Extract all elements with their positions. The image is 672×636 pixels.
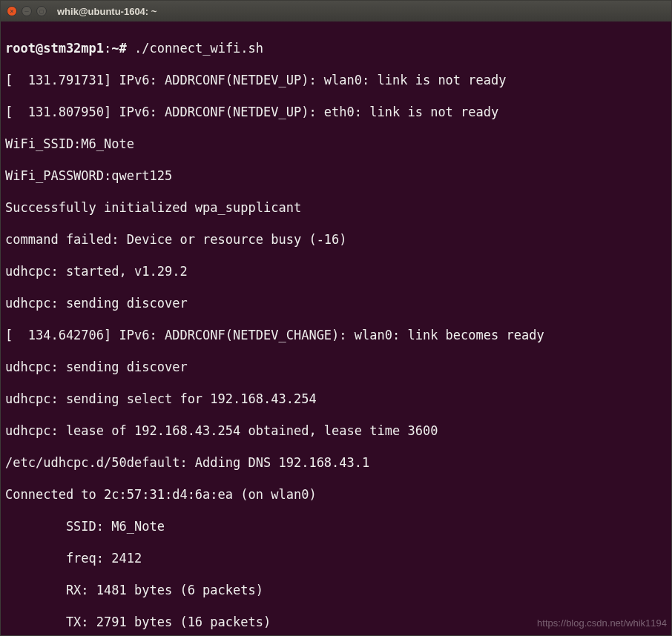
output-line: RX: 1481 bytes (6 packets) [5,583,667,599]
window-buttons: × – ▢ [7,6,47,16]
prompt-line: root@stm32mp1:~# ./connect_wifi.sh [5,41,667,57]
output-line: [ 131.791731] IPv6: ADDRCONF(NETDEV_UP):… [5,73,667,89]
command-text: ./connect_wifi.sh [134,41,263,56]
minimize-button[interactable]: – [22,6,32,16]
output-line: SSID: M6_Note [5,519,667,535]
output-line: command failed: Device or resource busy … [5,232,667,248]
output-line: [ 134.642706] IPv6: ADDRCONF(NETDEV_CHAN… [5,328,667,344]
prompt-symbol: # [119,41,127,56]
terminal-body[interactable]: root@stm32mp1:~# ./connect_wifi.sh [ 131… [1,21,671,635]
close-button[interactable]: × [7,6,17,16]
output-line: udhcpc: sending discover [5,360,667,376]
titlebar[interactable]: × – ▢ whik@ubuntu-1604: ~ [1,1,671,21]
output-line: /etc/udhcpc.d/50default: Adding DNS 192.… [5,455,667,471]
window-title: whik@ubuntu-1604: ~ [57,6,157,17]
output-line: udhcpc: started, v1.29.2 [5,264,667,280]
prompt-path: ~ [111,41,119,56]
prompt-user: root@stm32mp1 [5,41,104,56]
output-line: freq: 2412 [5,551,667,567]
output-line: Connected to 2c:57:31:d4:6a:ea (on wlan0… [5,487,667,503]
output-line: WiFi_SSID:M6_Note [5,136,667,153]
output-line: udhcpc: sending discover [5,296,667,312]
output-line: Successfully initialized wpa_supplicant [5,200,667,216]
output-line: [ 131.807950] IPv6: ADDRCONF(NETDEV_UP):… [5,105,667,121]
output-line: udhcpc: lease of 192.168.43.254 obtained… [5,423,667,440]
maximize-button[interactable]: ▢ [36,6,47,16]
terminal-window: × – ▢ whik@ubuntu-1604: ~ root@stm32mp1:… [0,0,672,636]
output-line: WiFi_PASSWORD:qwert125 [5,168,667,185]
watermark: https://blog.csdn.net/whik1194 [537,615,667,632]
output-line: udhcpc: sending select for 192.168.43.25… [5,391,667,408]
